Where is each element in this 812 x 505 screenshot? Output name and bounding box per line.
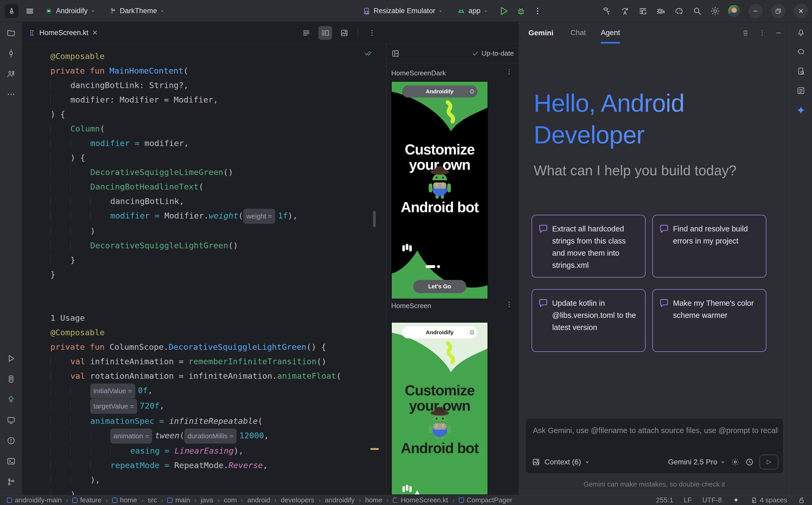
project-folder-icon[interactable] [5, 26, 17, 39]
breadcrumb[interactable]: androidify-main›feature›home›src›main›ja… [7, 496, 512, 504]
suggestion-card-1[interactable]: Extract all hardcoded strings from this … [532, 215, 646, 278]
hide-panel-icon[interactable] [775, 29, 782, 37]
editor-options-kebab-icon[interactable] [365, 26, 379, 40]
breadcrumb-item[interactable]: androidify [325, 496, 355, 504]
build-hammer-icon[interactable] [602, 6, 612, 16]
preview-layout-grid-icon[interactable] [391, 49, 400, 58]
notifications-bell-icon[interactable] [795, 26, 807, 38]
structure-tool-window-icon[interactable] [795, 85, 807, 97]
code-line: animation =tween(durationMillis =12000, [50, 428, 386, 444]
pull-requests-icon[interactable] [5, 67, 17, 80]
gemini-spark-icon[interactable] [732, 497, 740, 504]
run-button[interactable] [498, 6, 509, 16]
code-view-icon[interactable] [300, 26, 313, 40]
preview-section-menu-icon[interactable] [505, 301, 513, 308]
project-selector[interactable]: Androidify [41, 4, 99, 18]
breadcrumb-item[interactable]: feature [72, 496, 102, 504]
window-close-button[interactable] [794, 4, 808, 18]
code-line: } [50, 267, 386, 282]
gemini-tool-window-icon[interactable] [795, 104, 807, 117]
delete-conversation-icon[interactable] [741, 29, 749, 37]
breadcrumb-item[interactable]: src [148, 496, 157, 504]
gemini-input-placeholder[interactable]: Ask Gemini, use @filename to attach sour… [533, 426, 778, 435]
terminal-icon[interactable] [5, 455, 17, 468]
problems-icon[interactable] [5, 435, 17, 447]
vcs-branch-selector[interactable]: DarkTheme [106, 4, 168, 18]
suggestion-card-4[interactable]: Make my Theme's color scheme warmer [653, 289, 766, 352]
breadcrumb-item[interactable]: androidify-main [7, 496, 62, 504]
breadcrumb-item[interactable]: home [112, 496, 137, 504]
android-bot-illustration [424, 160, 456, 200]
breadcrumb-item[interactable]: home [365, 496, 382, 504]
preview-section-label-dark[interactable]: HomeScreenDark [391, 69, 446, 77]
split-view-icon[interactable] [319, 26, 332, 40]
send-button[interactable] [760, 455, 779, 469]
version-control-icon[interactable] [5, 476, 17, 488]
attach-debugger-icon[interactable] [656, 6, 666, 16]
attach-image-icon[interactable] [532, 458, 540, 466]
line-ending[interactable]: LF [684, 496, 692, 504]
app-quality-insights-icon[interactable] [5, 393, 17, 406]
model-selector[interactable]: Gemini 2.5 Pro [668, 458, 725, 466]
code-content[interactable]: @Composableprivate fun MainHomeContent( … [22, 44, 386, 495]
more-tool-windows-icon[interactable] [5, 88, 17, 101]
run-with-coverage-icon[interactable] [638, 6, 648, 16]
preview-section-menu-icon[interactable] [505, 68, 513, 75]
device-selector[interactable]: Resizable Emulator [359, 4, 446, 18]
preview-section-label-light[interactable]: HomeScreen [391, 302, 431, 310]
gemini-input-box[interactable]: Ask Gemini, use @filename to attach sour… [525, 418, 784, 474]
design-view-icon[interactable] [337, 26, 351, 40]
settings-gear-icon[interactable] [710, 6, 720, 16]
tab-chat[interactable]: Chat [570, 22, 586, 43]
context-selector[interactable]: Context (6) [545, 458, 590, 466]
gradle-tool-window-icon[interactable] [795, 45, 807, 58]
preview-phone-homescreendark[interactable]: Androidify Customize your own [391, 81, 488, 299]
tab-label: HomeScreen.kt [39, 29, 88, 37]
breadcrumb-item[interactable]: java [201, 496, 213, 504]
indent-config[interactable]: 4 spaces [750, 496, 787, 504]
search-everywhere-icon[interactable] [692, 6, 702, 16]
run-configuration-selector[interactable]: app [453, 4, 491, 18]
tab-homescreen-kt[interactable]: HomeScreen.kt ✕ [22, 22, 105, 43]
device-explorer-icon[interactable] [795, 65, 807, 77]
history-clock-icon[interactable] [745, 458, 754, 466]
user-avatar[interactable] [728, 5, 740, 17]
squiggle-dots [402, 484, 413, 493]
gemini-options-kebab-icon[interactable] [759, 29, 766, 37]
breadcrumb-item[interactable]: android [247, 496, 270, 504]
breadcrumb-item[interactable]: CompactPager [459, 496, 512, 504]
git-branch-icon [109, 7, 117, 15]
suggestion-card-3[interactable]: Update kotlin in @libs.version.toml to t… [532, 289, 646, 352]
unlocked-padlock-icon[interactable] [798, 497, 805, 504]
preview-phone-homescreen[interactable]: Androidify Customize your own [391, 322, 488, 495]
breadcrumb-separator: › [66, 497, 68, 504]
debug-button[interactable] [516, 6, 526, 16]
chat-bubble-icon [539, 224, 548, 233]
commit-icon[interactable] [5, 47, 17, 59]
gradle-sync-icon[interactable] [674, 6, 684, 16]
gemini-settings-gear-icon[interactable] [731, 458, 739, 466]
tab-agent[interactable]: Agent [601, 22, 620, 43]
close-tab-icon[interactable]: ✕ [92, 29, 98, 37]
running-devices-icon[interactable] [5, 414, 17, 427]
apply-changes-icon[interactable] [620, 6, 630, 16]
hamburger-menu-icon[interactable] [25, 7, 34, 16]
run-tool-window-icon[interactable] [5, 352, 17, 365]
suggestion-cards: Extract all hardcoded strings from this … [532, 215, 766, 352]
breadcrumb-item[interactable]: HomeScreen.kt [393, 496, 448, 504]
lets-go-button[interactable]: Let's Go [413, 280, 466, 293]
code-line: ) { [50, 107, 386, 122]
breadcrumb-item[interactable]: main [167, 496, 190, 504]
breadcrumb-item[interactable]: com [224, 496, 237, 504]
editor-scrollbar-thumb[interactable] [373, 211, 376, 227]
logcat-icon[interactable] [5, 373, 17, 385]
suggestion-card-2[interactable]: Find and resolve build errors in my proj… [653, 215, 766, 278]
window-restore-button[interactable] [771, 4, 786, 18]
code-editor[interactable]: @Composableprivate fun MainHomeContent( … [22, 44, 386, 495]
window-minimize-button[interactable] [748, 4, 763, 18]
more-run-options-icon[interactable] [533, 7, 542, 16]
caret-position[interactable]: 255:1 [656, 496, 673, 504]
file-encoding[interactable]: UTF-8 [702, 496, 722, 504]
inspection-ok-icon[interactable] [363, 48, 372, 57]
breadcrumb-item[interactable]: developers [281, 496, 314, 504]
